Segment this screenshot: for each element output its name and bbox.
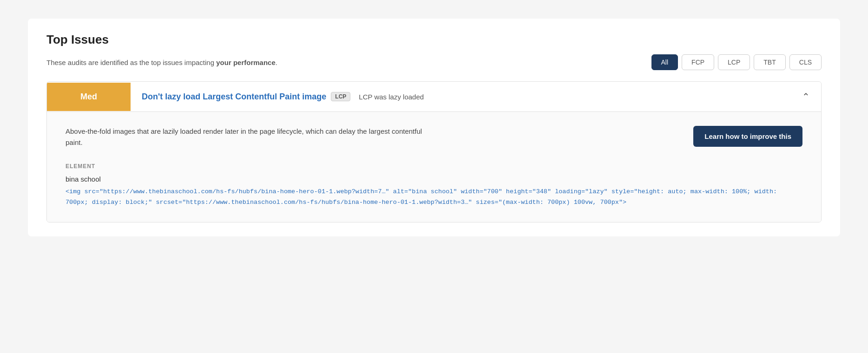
description-bold: your performance <box>216 59 276 66</box>
issue-title-area: Don't lazy load Largest Contentful Paint… <box>131 83 791 111</box>
header-row: These audits are identified as the top i… <box>46 54 822 70</box>
learn-how-button[interactable]: Learn how to improve this <box>693 126 802 147</box>
lcp-tag: LCP <box>331 92 350 101</box>
issue-subtitle: LCP was lazy loaded <box>355 93 424 101</box>
issue-description: Above-the-fold images that are lazily lo… <box>66 126 428 148</box>
issue-body: Above-the-fold images that are lazily lo… <box>47 111 821 222</box>
filter-lcp-button[interactable]: LCP <box>718 54 750 70</box>
filter-all-button[interactable]: All <box>651 54 678 70</box>
filter-tbt-button[interactable]: TBT <box>754 54 785 70</box>
element-code: <img src="https://www.thebinaschool.com/… <box>66 187 802 208</box>
description-end: . <box>276 59 277 66</box>
filter-buttons: All FCP LCP TBT CLS <box>651 54 822 70</box>
element-name: bina school <box>66 175 802 183</box>
element-label: ELEMENT <box>66 163 802 170</box>
issue-title-link[interactable]: Don't lazy load Largest Contentful Paint… <box>142 92 326 102</box>
issue-description-row: Above-the-fold images that are lazily lo… <box>66 126 802 148</box>
collapse-button[interactable]: ⌃ <box>791 82 821 111</box>
filter-fcp-button[interactable]: FCP <box>682 54 714 70</box>
issue-header: Med Don't lazy load Largest Contentful P… <box>47 82 821 111</box>
header-description: These audits are identified as the top i… <box>46 59 277 66</box>
issue-card: Med Don't lazy load Largest Contentful P… <box>46 81 822 222</box>
severity-badge: Med <box>47 83 131 111</box>
element-section: ELEMENT bina school <img src="https://ww… <box>66 163 802 208</box>
description-start: These audits are identified as the top i… <box>46 59 216 66</box>
filter-cls-button[interactable]: CLS <box>789 54 822 70</box>
top-issues-container: Top Issues These audits are identified a… <box>28 19 840 236</box>
section-title: Top Issues <box>46 33 822 47</box>
